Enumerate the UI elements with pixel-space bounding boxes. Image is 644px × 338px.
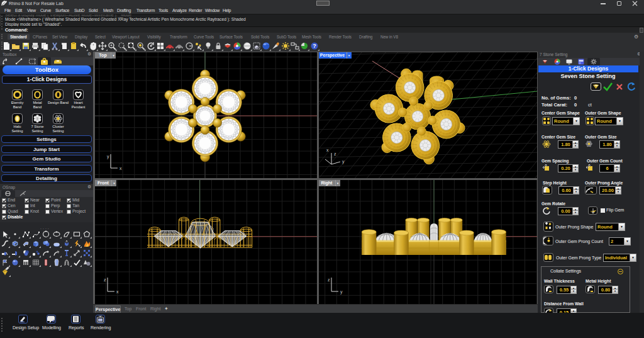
svg-text:z: z xyxy=(328,278,330,282)
svg-text:?: ? xyxy=(313,43,316,49)
svg-text:y: y xyxy=(107,154,109,159)
svg-text:A: A xyxy=(52,319,55,323)
svg-text:y: y xyxy=(342,159,345,164)
svg-text:y: y xyxy=(340,290,343,295)
svg-text:x: x xyxy=(116,290,119,294)
svg-text:x: x xyxy=(119,166,122,171)
svg-text:z: z xyxy=(334,152,336,156)
svg-text:z: z xyxy=(104,278,106,282)
svg-text:x: x xyxy=(326,148,329,152)
